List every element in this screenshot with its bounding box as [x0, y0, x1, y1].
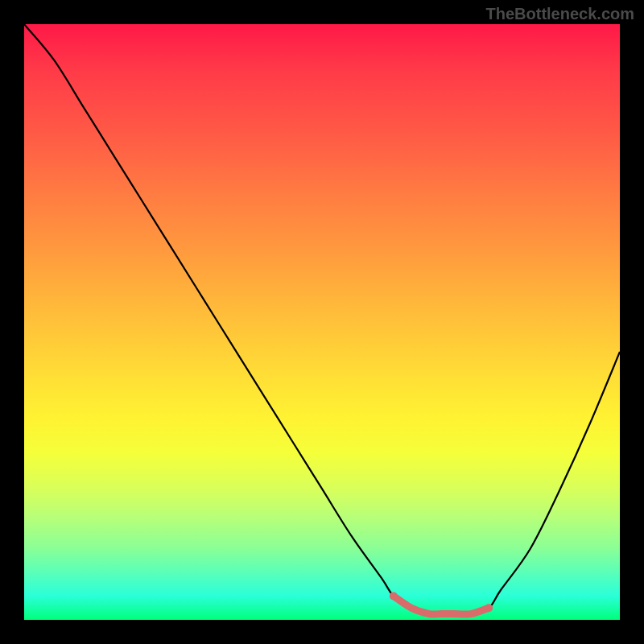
- highlight-dot-end: [485, 604, 493, 612]
- chart-curve-svg: [24, 24, 620, 620]
- optimal-range-highlight: [394, 596, 489, 614]
- watermark-text: TheBottleneck.com: [486, 5, 634, 23]
- bottleneck-curve-line: [24, 24, 620, 614]
- chart-plot-area: [24, 24, 620, 620]
- highlight-dot-start: [390, 592, 398, 600]
